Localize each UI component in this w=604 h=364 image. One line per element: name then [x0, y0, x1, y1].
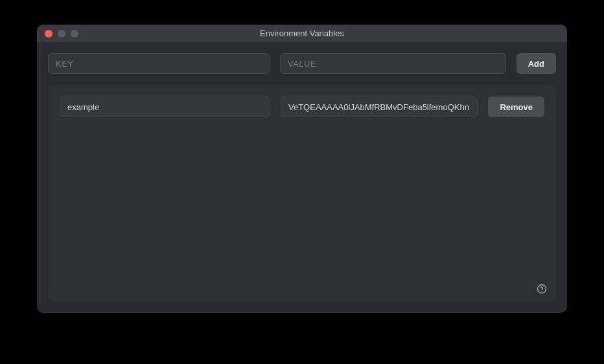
close-window-button[interactable] — [45, 30, 52, 38]
minimize-window-button[interactable] — [58, 30, 65, 38]
add-row: Add — [48, 53, 556, 74]
env-row: Remove — [60, 97, 544, 117]
env-value-input[interactable] — [281, 97, 478, 117]
svg-point-1 — [541, 291, 542, 291]
titlebar: Environment Variables — [37, 25, 567, 42]
add-button[interactable]: Add — [517, 53, 556, 74]
content-area: Add Remove — [37, 42, 567, 313]
remove-button[interactable]: Remove — [488, 97, 544, 117]
new-key-input[interactable] — [48, 53, 270, 74]
new-value-input[interactable] — [280, 53, 506, 74]
help-icon[interactable] — [537, 284, 547, 294]
maximize-window-button[interactable] — [71, 30, 78, 38]
window-title: Environment Variables — [37, 28, 567, 38]
traffic-lights — [45, 30, 78, 38]
env-key-input[interactable] — [60, 97, 270, 117]
env-variables-window: Environment Variables Add Remove — [37, 25, 567, 313]
env-list-panel: Remove — [48, 85, 556, 302]
